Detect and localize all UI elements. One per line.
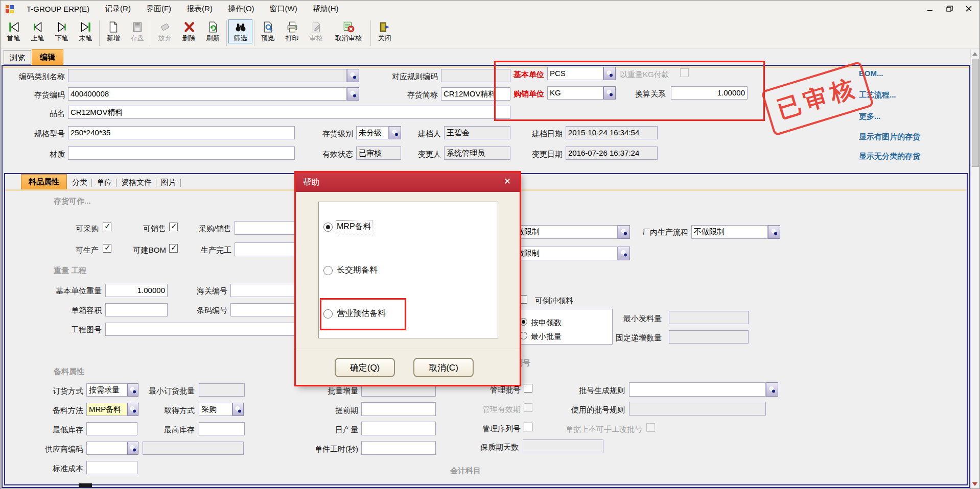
unit-work-time-field[interactable] <box>361 441 436 455</box>
mrp-prep-radio[interactable] <box>323 223 333 232</box>
link-more[interactable]: 更多... <box>859 112 881 121</box>
can-purchase-checkbox[interactable] <box>103 223 111 231</box>
dialog-ok-button[interactable]: 确定(Q) <box>335 358 395 377</box>
batch-rule-lookup-button[interactable] <box>766 382 778 397</box>
menu-bar: T-GROUP ERP(E) 记录(R) 界面(F) 报表(R) 操作(O) 窗… <box>1 1 979 17</box>
dialog-title-bar[interactable]: 帮助 <box>296 173 520 192</box>
mrp-prep-option-label[interactable]: MRP备料 <box>337 222 371 232</box>
toolbar-print-button[interactable]: 打印 <box>280 19 304 43</box>
drawing-number-field[interactable] <box>105 323 329 336</box>
base-unit-lookup-button[interactable] <box>603 67 616 80</box>
inventory-code-lookup-button[interactable] <box>347 87 359 101</box>
toolbar-preview-button[interactable]: 预览 <box>256 19 280 43</box>
sales-forecast-prep-option-label[interactable]: 营业预估备料 <box>337 308 386 319</box>
limit-combo-2[interactable]: 不做限制 <box>506 247 618 260</box>
acquire-mode-field[interactable]: 采购 <box>199 403 232 416</box>
inventory-code-field[interactable]: 400400008 <box>68 87 347 101</box>
standard-cost-field[interactable] <box>86 461 137 474</box>
long-leadtime-prep-radio[interactable] <box>323 266 333 275</box>
batch-rule-field[interactable] <box>629 382 766 397</box>
can-build-bom-checkbox[interactable] <box>169 244 178 253</box>
inventory-level-lookup-button[interactable] <box>389 126 401 139</box>
base-unit-weight-field[interactable]: 1.00000 <box>105 284 168 297</box>
window-restore-button[interactable] <box>944 4 955 14</box>
max-stock-field[interactable] <box>199 422 245 435</box>
dialog-cancel-button[interactable]: 取消(C) <box>413 358 474 377</box>
menu-operate[interactable]: 操作(O) <box>220 4 262 14</box>
conversion-ratio-field[interactable]: 1.00000 <box>671 86 748 100</box>
base-unit-field[interactable]: PCS <box>547 67 603 80</box>
menu-app[interactable]: T-GROUP ERP(E) <box>19 5 97 13</box>
order-mode-field[interactable]: 按需求量 <box>86 383 127 397</box>
factory-flow-field[interactable]: 不做限制 <box>691 225 768 239</box>
scroll-down-arrow-icon[interactable] <box>972 482 977 486</box>
limit-combo-2-lookup-button[interactable] <box>618 247 630 260</box>
product-name-field[interactable]: CR12MOV精料 <box>68 106 510 119</box>
toolbar-new-button[interactable]: 新增 <box>101 19 125 43</box>
can-sell-checkbox[interactable] <box>169 223 178 231</box>
menu-report[interactable]: 报表(R) <box>179 4 220 14</box>
subtab-qualification-files[interactable]: 资格文件 <box>121 178 157 187</box>
trade-unit-field[interactable]: KG <box>547 86 603 100</box>
tab-edit[interactable]: 编辑 <box>32 49 63 65</box>
supplier-code-lookup-button[interactable] <box>127 442 138 455</box>
min-batch-radio[interactable] <box>520 332 527 339</box>
menu-help[interactable]: 帮助(H) <box>305 4 346 14</box>
manage-batch-checkbox[interactable] <box>524 384 532 393</box>
subtab-unit[interactable]: 单位 <box>97 178 117 187</box>
scrollbar-thumb[interactable] <box>972 59 979 167</box>
order-mode-lookup-button[interactable] <box>127 383 138 397</box>
trade-unit-lookup-button[interactable] <box>603 86 616 100</box>
limit-combo-1[interactable]: 不做限制 <box>506 225 618 239</box>
scroll-up-arrow-icon[interactable] <box>972 52 977 56</box>
sales-forecast-prep-radio[interactable] <box>323 309 333 319</box>
subtab-images[interactable]: 图片 <box>161 178 181 187</box>
spec-model-field[interactable]: 250*240*35 <box>68 126 295 139</box>
lead-time-field[interactable] <box>361 402 436 416</box>
lookup-magnifier-icon <box>349 90 357 98</box>
link-show-with-image[interactable]: 显示有图片的存货 <box>859 132 920 142</box>
coding-category-lookup-button[interactable] <box>347 69 359 82</box>
daily-output-field[interactable] <box>361 422 436 435</box>
inventory-level-field[interactable]: 未分级 <box>356 126 389 139</box>
toolbar-next-button[interactable]: 下笔 <box>50 19 74 43</box>
toolbar-refresh-button[interactable]: 刷新 <box>201 19 225 43</box>
dialog-close-button[interactable]: ✕ <box>501 176 514 187</box>
factory-flow-lookup-button[interactable] <box>768 225 780 239</box>
limit-combo-1-lookup-button[interactable] <box>618 225 630 239</box>
min-stock-field[interactable] <box>86 422 137 435</box>
creator-field: 王碧会 <box>444 126 510 139</box>
supplier-code-field[interactable] <box>86 442 127 455</box>
toolbar-close-button[interactable]: 关闭 <box>372 19 396 43</box>
backflush-checkbox[interactable] <box>519 295 527 304</box>
material-field[interactable] <box>68 146 295 160</box>
acquire-mode-lookup-button[interactable] <box>232 403 244 416</box>
toolbar-cancel-audit-button[interactable]: 取消审核 <box>328 19 369 43</box>
menu-window[interactable]: 窗口(W) <box>262 4 305 14</box>
can-produce-checkbox[interactable] <box>103 244 111 253</box>
toolbar-prev-button[interactable]: 上笔 <box>26 19 50 43</box>
window-close-button[interactable] <box>963 4 974 14</box>
menu-record[interactable]: 记录(R) <box>97 4 138 14</box>
label-manage-validity: 管理有效期 <box>475 405 521 414</box>
prep-method-field[interactable]: MRP备料 <box>86 403 127 416</box>
label-batch-increment: 批量增量 <box>318 386 358 396</box>
by-request-radio[interactable] <box>520 318 527 326</box>
toolbar-filter-button[interactable]: 筛选 <box>228 19 252 43</box>
tab-browse[interactable]: 浏览 <box>4 50 31 65</box>
menu-interface[interactable]: 界面(F) <box>138 4 179 14</box>
long-leadtime-prep-option-label[interactable]: 长交期备料 <box>337 265 378 276</box>
toolbar-first-button[interactable]: 首笔 <box>2 19 26 43</box>
subtab-classification[interactable]: 分类 <box>72 178 92 187</box>
window-minimize-button[interactable] <box>924 4 936 14</box>
vertical-scrollbar[interactable] <box>970 50 979 488</box>
prep-method-lookup-button[interactable] <box>127 403 138 416</box>
subtab-item-attributes[interactable]: 料品属性 <box>21 174 67 189</box>
cancel-audit-icon <box>342 20 355 34</box>
box-volume-field[interactable] <box>105 303 168 316</box>
toolbar-delete-button[interactable]: 删除 <box>177 19 201 43</box>
link-show-unclassified[interactable]: 显示无分类的存货 <box>859 152 920 161</box>
toolbar-last-button[interactable]: 末笔 <box>74 19 98 43</box>
manage-serial-checkbox[interactable] <box>524 423 532 431</box>
coding-category-field[interactable] <box>68 69 347 82</box>
